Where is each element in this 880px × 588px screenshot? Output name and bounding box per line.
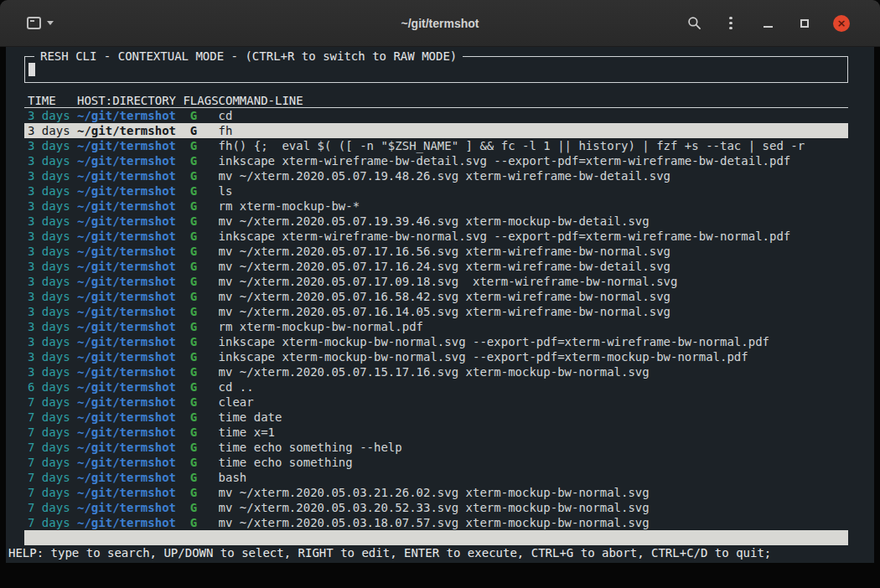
history-row[interactable]: 7 days ~/git/termshot G clear <box>24 395 848 410</box>
row-host-directory: ~/git/termshot <box>77 470 183 485</box>
row-flags: G <box>183 379 218 395</box>
row-flags: G <box>183 274 218 289</box>
mode-title: RESH CLI - CONTEXTUAL MODE - (CTRL+R to … <box>34 49 463 64</box>
row-host-directory: ~/git/termshot <box>77 274 183 289</box>
history-row[interactable]: 3 days ~/git/termshot G mv ~/xterm.2020.… <box>24 244 848 259</box>
history-row[interactable]: 3 days ~/git/termshot G mv ~/xterm.2020.… <box>24 364 848 379</box>
row-time: 3 days <box>28 319 77 334</box>
history-rows: 3 days ~/git/termshot G cd 3 days ~/git/… <box>24 108 848 530</box>
titlebar-controls: × <box>686 15 880 32</box>
history-row[interactable]: 3 days ~/git/termshot G ls <box>24 183 848 199</box>
history-row[interactable]: 3 days ~/git/termshot G mv ~/xterm.2020.… <box>24 214 848 229</box>
kebab-menu-icon <box>729 17 732 30</box>
row-flags: G <box>183 168 218 183</box>
row-command: time date <box>219 410 848 425</box>
row-command: mv ~/xterm.2020.05.07.17.09.18.svg xterm… <box>219 274 848 289</box>
row-time: 7 days <box>28 500 77 515</box>
history-row[interactable]: 6 days ~/git/termshot G cd .. <box>24 379 848 395</box>
row-flags: G <box>183 304 218 319</box>
row-time: 3 days <box>28 274 77 289</box>
row-time: 3 days <box>28 289 77 304</box>
minimize-button[interactable] <box>759 15 776 32</box>
row-command: inkscape xterm-wireframe-bw-normal.svg -… <box>219 229 848 244</box>
row-time: 3 days <box>28 138 77 153</box>
history-row[interactable]: 7 days ~/git/termshot G time echo someth… <box>24 455 848 470</box>
history-row[interactable]: 3 days ~/git/termshot G mv ~/xterm.2020.… <box>24 304 848 319</box>
row-flags: G <box>183 440 218 455</box>
row-time: 3 days <box>28 108 77 123</box>
row-flags: G <box>183 334 218 349</box>
row-host-directory: ~/git/termshot <box>77 123 183 138</box>
history-row[interactable]: 3 days ~/git/termshot G inkscape xterm-w… <box>24 229 848 244</box>
row-command: clear <box>219 395 848 410</box>
row-time: 3 days <box>28 214 77 229</box>
row-host-directory: ~/git/termshot <box>77 304 183 319</box>
row-flags: G <box>183 470 218 485</box>
history-row[interactable]: 3 days ~/git/termshot G inkscape xterm-m… <box>24 334 848 349</box>
row-flags: G <box>183 410 218 425</box>
history-row[interactable]: 3 days ~/git/termshot G rm xterm-mockup-… <box>24 319 848 334</box>
row-host-directory: ~/git/termshot <box>77 349 183 364</box>
search-input-box[interactable]: RESH CLI - CONTEXTUAL MODE - (CTRL+R to … <box>24 56 848 83</box>
row-command: ls <box>219 183 848 199</box>
history-row[interactable]: 3 days ~/git/termshot G mv ~/xterm.2020.… <box>24 289 848 304</box>
row-host-directory: ~/git/termshot <box>77 199 183 214</box>
row-flags: G <box>183 214 218 229</box>
row-time: 3 days <box>28 123 77 138</box>
row-host-directory: ~/git/termshot <box>77 440 183 455</box>
history-row[interactable]: 3 days ~/git/termshot G mv ~/xterm.2020.… <box>24 274 848 289</box>
history-row[interactable]: 3 days ~/git/termshot G rm xterm-mockup-… <box>24 199 848 214</box>
terminal-screen[interactable]: RESH CLI - CONTEXTUAL MODE - (CTRL+R to … <box>6 47 874 563</box>
row-flags: G <box>183 199 218 214</box>
history-row[interactable]: 7 days ~/git/termshot G time date <box>24 410 848 425</box>
new-tab-button[interactable] <box>23 13 57 33</box>
close-button[interactable]: × <box>833 15 850 32</box>
row-time: 3 days <box>28 229 77 244</box>
row-time: 7 days <box>28 410 77 425</box>
titlebar: ~/git/termshot × <box>0 0 880 47</box>
history-row[interactable]: 7 days ~/git/termshot G bash <box>24 470 848 485</box>
row-host-directory: ~/git/termshot <box>77 214 183 229</box>
row-command: mv ~/xterm.2020.05.03.18.07.57.svg xterm… <box>219 515 848 530</box>
row-command: inkscape xterm-mockup-bw-normal.svg --ex… <box>219 334 848 349</box>
restore-button[interactable] <box>796 15 813 32</box>
history-row[interactable]: 3 days ~/git/termshot G fh() {; eval $( … <box>24 138 848 153</box>
row-flags: G <box>183 364 218 379</box>
row-flags: G <box>183 183 218 199</box>
close-icon: × <box>837 18 846 28</box>
header-host-directory: HOST:DIRECTORY <box>77 93 183 107</box>
row-time: 7 days <box>28 470 77 485</box>
text-cursor <box>28 63 35 76</box>
history-list: TIME HOST:DIRECTORY FLAGS COMMAND-LINE 3… <box>24 93 848 530</box>
row-command: time x=1 <box>219 425 848 440</box>
history-row[interactable]: 3 days ~/git/termshot G fh <box>24 123 848 138</box>
row-host-directory: ~/git/termshot <box>77 319 183 334</box>
history-row[interactable]: 3 days ~/git/termshot G inkscape xterm-m… <box>24 349 848 364</box>
row-time: 7 days <box>28 485 77 500</box>
row-time: 3 days <box>28 168 77 183</box>
history-row[interactable]: 3 days ~/git/termshot G cd <box>24 108 848 123</box>
search-button[interactable] <box>686 15 702 32</box>
row-command: inkscape xterm-wireframe-bw-detail.svg -… <box>219 153 848 168</box>
row-host-directory: ~/git/termshot <box>77 244 183 259</box>
history-row[interactable]: 3 days ~/git/termshot G mv ~/xterm.2020.… <box>24 259 848 274</box>
history-row[interactable]: 7 days ~/git/termshot G mv ~/xterm.2020.… <box>24 515 848 530</box>
history-row[interactable]: 7 days ~/git/termshot G time echo someth… <box>24 440 848 455</box>
history-row[interactable]: 3 days ~/git/termshot G inkscape xterm-w… <box>24 153 848 168</box>
history-row[interactable]: 7 days ~/git/termshot G mv ~/xterm.2020.… <box>24 500 848 515</box>
history-row[interactable]: 7 days ~/git/termshot G time x=1 <box>24 425 848 440</box>
history-row[interactable]: 7 days ~/git/termshot G mv ~/xterm.2020.… <box>24 485 848 500</box>
menu-button[interactable] <box>722 15 739 32</box>
row-flags: G <box>183 289 218 304</box>
history-row[interactable]: 3 days ~/git/termshot G mv ~/xterm.2020.… <box>24 168 848 183</box>
row-flags: G <box>183 259 218 274</box>
row-command: time echo something <box>219 455 848 470</box>
row-time: 7 days <box>28 515 77 530</box>
row-command: rm xterm-mockup-bw-* <box>219 199 848 214</box>
row-flags: G <box>183 319 218 334</box>
row-host-directory: ~/git/termshot <box>77 108 183 123</box>
row-command: fh <box>219 123 848 138</box>
row-time: 3 days <box>28 304 77 319</box>
chevron-down-icon <box>47 21 54 25</box>
header-flags: FLAGS <box>183 93 218 107</box>
